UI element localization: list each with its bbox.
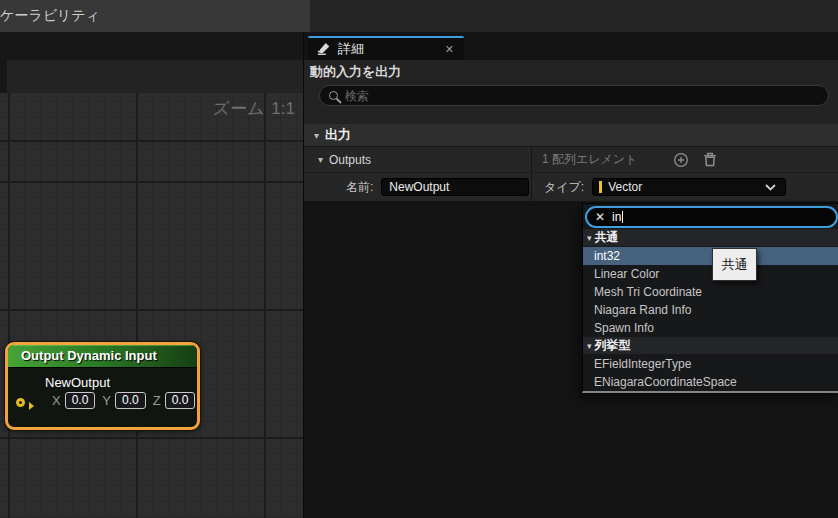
vector-y-field[interactable]: 0.0	[115, 392, 146, 409]
picker-item-eniagaracoordinatespace[interactable]: ENiagaraCoordinateSpace	[583, 373, 838, 391]
chevron-down-icon: ▾	[587, 233, 592, 243]
tab-details-label: 詳細	[338, 40, 445, 58]
app-top-bar: ケーラビリティ	[0, 0, 838, 32]
picker-item-int32[interactable]: int32	[583, 247, 838, 265]
zoom-value: 1:1	[271, 99, 295, 118]
chevron-down-icon[interactable]: ▾	[318, 154, 323, 165]
add-element-button[interactable]	[673, 152, 689, 168]
type-picker-search-value: in	[612, 210, 621, 224]
details-subtitle: 動的入力を出力	[310, 63, 401, 81]
picker-item-niagara-rand-info[interactable]: Niagara Rand Info	[583, 301, 838, 319]
type-field-label: タイプ:	[544, 179, 584, 196]
chevron-down-icon	[765, 184, 776, 191]
section-output-label: 出力	[325, 126, 351, 144]
type-picker-popup: ✕ in ▾ 共通 int32 Linear Color Mesh Tri Co…	[582, 203, 838, 393]
delete-elements-button[interactable]	[703, 152, 717, 167]
top-tab-label: ケーラビリティ	[0, 7, 100, 23]
tooltip: 共通	[712, 248, 757, 281]
node-title[interactable]: Output Dynamic Input	[8, 345, 197, 368]
category-row-enum[interactable]: ▾ 列挙型	[583, 337, 838, 355]
outputs-value-cell: 1 配列エレメント	[532, 147, 838, 172]
section-output-header[interactable]: ▾ 出力	[304, 124, 838, 147]
tab-details[interactable]: 詳細 ✕	[308, 36, 464, 60]
category-common-label: 共通	[595, 229, 619, 246]
category-row-common[interactable]: ▾ 共通	[583, 229, 838, 247]
outputs-row: ▾ Outputs 1 配列エレメント	[304, 147, 838, 173]
graph-canvas[interactable]: ズーム1:1 Output Dynamic Input NewOutput X …	[0, 93, 303, 518]
vector-z-field[interactable]: 0.0	[165, 392, 196, 409]
search-icon	[329, 91, 338, 100]
name-cell: 名前:	[304, 173, 531, 201]
type-combobox-value: Vector	[608, 180, 765, 194]
array-count-label: 1 配列エレメント	[542, 151, 637, 168]
type-color-bar-icon	[599, 181, 602, 193]
outputs-name-cell[interactable]: ▾ Outputs	[304, 147, 531, 172]
type-cell: タイプ: Vector	[532, 173, 838, 201]
zoom-label: ズーム	[213, 99, 265, 118]
niagara-editor-window: ケーラビリティ ズーム1:1 Output Dynamic Input NewO…	[0, 0, 838, 518]
outputs-label: Outputs	[329, 153, 371, 167]
type-combobox[interactable]: Vector	[592, 178, 786, 196]
node-pin-label: NewOutput	[45, 375, 197, 390]
graph-toolbar	[0, 60, 303, 93]
chevron-down-icon[interactable]: ▾	[314, 130, 319, 141]
top-tab-scalability[interactable]: ケーラビリティ	[0, 0, 310, 32]
name-input[interactable]	[381, 178, 529, 196]
zoom-indicator: ズーム1:1	[213, 97, 295, 120]
details-search-box[interactable]	[319, 85, 829, 106]
axis-x-label: X	[52, 393, 61, 408]
graph-panel: ズーム1:1 Output Dynamic Input NewOutput X …	[0, 60, 303, 518]
picker-item-linear-color[interactable]: Linear Color	[583, 265, 838, 283]
vector-x-field[interactable]: 0.0	[65, 392, 96, 409]
vector-output-pin-icon[interactable]	[16, 398, 25, 407]
axis-y-label: Y	[102, 393, 111, 408]
picker-item-spawn-info[interactable]: Spawn Info	[583, 319, 838, 337]
details-header: 動的入力を出力	[304, 60, 838, 124]
vector-value-row: X 0.0 Y 0.0 Z 0.0	[52, 392, 197, 409]
clear-search-icon[interactable]: ✕	[595, 210, 605, 224]
node-output-dynamic-input[interactable]: Output Dynamic Input NewOutput X 0.0 Y 0…	[5, 342, 200, 430]
text-caret	[622, 211, 623, 223]
details-pencil-icon	[317, 42, 331, 56]
picker-item-mesh-tri-coordinate[interactable]: Mesh Tri Coordinate	[583, 283, 838, 301]
chevron-down-icon: ▾	[587, 341, 592, 351]
name-field-label: 名前:	[346, 179, 373, 196]
details-search-input[interactable]	[345, 89, 828, 103]
type-picker-search-box[interactable]: ✕ in	[585, 206, 838, 228]
details-tabstrip: 詳細 ✕	[304, 33, 838, 60]
picker-item-efieldintegertype[interactable]: EFieldIntegerType	[583, 355, 838, 373]
axis-z-label: Z	[153, 393, 161, 408]
category-enum-label: 列挙型	[595, 337, 631, 354]
close-icon[interactable]: ✕	[445, 43, 454, 56]
element-fields-row: 名前: タイプ: Vector	[304, 173, 838, 201]
node-body: NewOutput X 0.0 Y 0.0 Z 0.0	[8, 375, 197, 430]
